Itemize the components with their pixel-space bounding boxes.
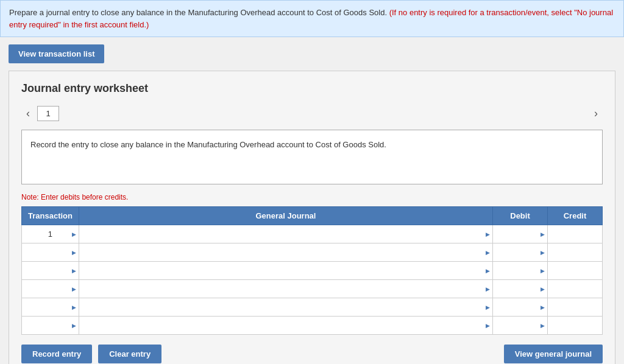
worksheet-title: Journal entry worksheet xyxy=(21,82,603,95)
transaction-cell[interactable] xyxy=(22,262,79,280)
journal-cell[interactable] xyxy=(79,280,492,298)
journal-cell[interactable] xyxy=(79,317,492,335)
view-transaction-list-button[interactable]: View transaction list xyxy=(9,44,104,63)
transaction-cell[interactable]: 1 xyxy=(22,225,79,243)
journal-table: Transaction General Journal Debit Credit… xyxy=(21,206,603,335)
debit-cell[interactable] xyxy=(493,280,548,298)
table-row xyxy=(22,243,603,262)
journal-cell[interactable] xyxy=(79,298,492,317)
next-tab-arrow[interactable]: › xyxy=(589,105,603,122)
credit-cell[interactable] xyxy=(548,280,603,298)
journal-cell[interactable] xyxy=(79,262,492,280)
col-header-journal: General Journal xyxy=(79,207,492,225)
credit-cell[interactable] xyxy=(548,262,603,280)
table-row xyxy=(22,298,603,317)
journal-cell[interactable] xyxy=(79,243,492,262)
journal-cell[interactable] xyxy=(79,225,492,243)
credit-cell[interactable] xyxy=(548,317,603,335)
table-row xyxy=(22,280,603,298)
debit-cell[interactable] xyxy=(493,243,548,262)
note-text: Note: Enter debits before credits. xyxy=(21,193,603,201)
clear-entry-button[interactable]: Clear entry xyxy=(98,345,161,363)
debit-cell[interactable] xyxy=(493,298,548,317)
record-entry-button[interactable]: Record entry xyxy=(21,345,92,363)
top-instruction: Prepare a journal entry to close any bal… xyxy=(0,0,624,37)
debit-cell[interactable] xyxy=(493,317,548,335)
debit-cell[interactable] xyxy=(493,262,548,280)
view-general-journal-button[interactable]: View general journal xyxy=(504,345,603,363)
transaction-cell[interactable] xyxy=(22,298,79,317)
table-row: 1 xyxy=(22,225,603,243)
col-header-transaction: Transaction xyxy=(22,207,79,225)
transaction-cell[interactable] xyxy=(22,280,79,298)
worksheet-container: Journal entry worksheet ‹ 1 › Record the… xyxy=(9,71,615,364)
tab-navigation: ‹ 1 › xyxy=(21,105,603,122)
prev-tab-arrow[interactable]: ‹ xyxy=(21,105,35,122)
tab-number[interactable]: 1 xyxy=(37,106,59,121)
buttons-row: Record entry Clear entry View general jo… xyxy=(21,345,603,363)
instruction-main-text: Prepare a journal entry to close any bal… xyxy=(9,8,387,17)
description-text: Record the entry to close any balance in… xyxy=(30,140,386,149)
credit-cell[interactable] xyxy=(548,243,603,262)
transaction-cell[interactable] xyxy=(22,243,79,262)
col-header-credit: Credit xyxy=(548,207,603,225)
debit-cell[interactable] xyxy=(493,225,548,243)
description-box: Record the entry to close any balance in… xyxy=(21,130,603,184)
table-row xyxy=(22,262,603,280)
col-header-debit: Debit xyxy=(493,207,548,225)
credit-cell[interactable] xyxy=(548,225,603,243)
table-row xyxy=(22,317,603,335)
credit-cell[interactable] xyxy=(548,298,603,317)
transaction-cell[interactable] xyxy=(22,317,79,335)
